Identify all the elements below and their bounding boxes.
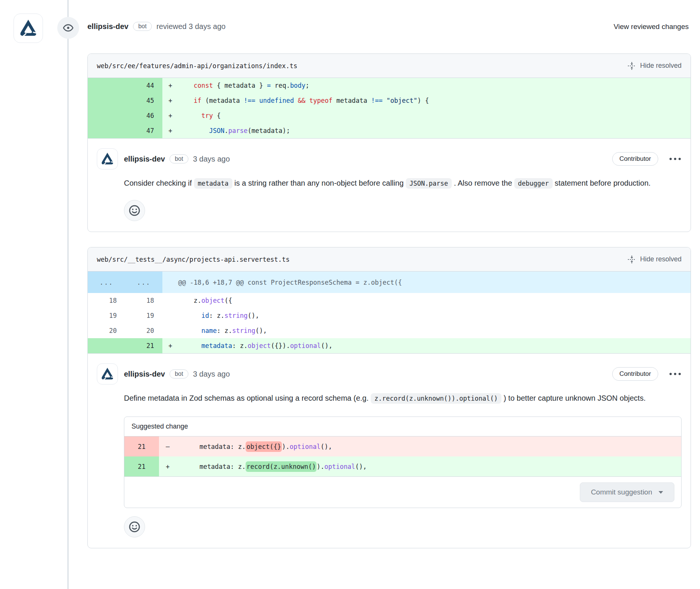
bot-badge: bot	[170, 369, 188, 378]
hide-resolved-label: Hide resolved	[640, 62, 682, 70]
review-thread-card: web/src/__tests__/async/projects-api.ser…	[87, 247, 691, 548]
kebab-menu-button[interactable]	[669, 155, 682, 163]
diff-sign	[162, 293, 178, 308]
comment-body: Consider checking if metadata is a strin…	[124, 175, 682, 192]
hunk-header-text: @@ -18,6 +18,7 @@ const ProjectResponseS…	[178, 272, 691, 293]
comment-author[interactable]: ellipsis-dev	[124, 155, 165, 163]
old-line-number	[88, 123, 125, 138]
diff-line[interactable]: 45 + if (metadata !== undefined && typeo…	[88, 93, 691, 108]
eye-icon	[63, 23, 73, 33]
old-line-number	[88, 108, 125, 123]
caret-down-icon	[658, 490, 663, 494]
diff-sign: +	[159, 456, 176, 476]
contributor-badge: Contributor	[612, 152, 658, 166]
line-number: 21	[124, 456, 159, 476]
new-line-number: 20	[125, 323, 162, 338]
comment-body: Define metadata in Zod schemas as option…	[124, 390, 682, 407]
diff-line[interactable]: 18 18 z.object({	[88, 293, 691, 308]
diff-line[interactable]: 21 + metadata: z.object({}).optional(),	[88, 338, 691, 353]
new-line-number: 18	[125, 293, 162, 308]
smiley-icon	[128, 521, 141, 533]
diff-line[interactable]: 19 19 id: z.string(),	[88, 308, 691, 323]
commit-suggestion-label: Commit suggestion	[591, 488, 652, 496]
add-reaction-button[interactable]	[124, 516, 145, 537]
hunk-header-row[interactable]: ... ... @@ -18,6 +18,7 @@ const ProjectR…	[88, 272, 691, 293]
new-line-number: 47	[125, 123, 162, 138]
diff-sign: +	[162, 108, 178, 123]
old-line-number: 19	[88, 308, 125, 323]
hide-resolved-label: Hide resolved	[640, 255, 682, 263]
file-path-link[interactable]: web/src/__tests__/async/projects-api.ser…	[97, 256, 290, 263]
ellipsis-logo-icon	[99, 151, 115, 167]
diff-sign: +	[162, 123, 178, 138]
new-line-number: 44	[125, 78, 162, 93]
code-line: if (metadata !== undefined && typeof met…	[178, 93, 691, 108]
comment-avatar[interactable]	[97, 363, 118, 385]
review-threads: web/src/ee/features/admin-api/organizati…	[87, 53, 691, 548]
review-event-badge	[57, 17, 79, 39]
smiley-icon	[128, 204, 141, 217]
add-reaction-button[interactable]	[124, 200, 145, 221]
view-reviewed-changes-link[interactable]: View reviewed changes	[614, 23, 689, 31]
diff-sign: +	[162, 338, 178, 353]
reviewer-avatar[interactable]	[14, 14, 43, 43]
diff-line[interactable]: 47 + JSON.parse(metadata);	[88, 123, 691, 138]
file-path-link[interactable]: web/src/ee/features/admin-api/organizati…	[97, 62, 297, 70]
comment-timestamp[interactable]: 3 days ago	[193, 370, 230, 378]
commit-suggestion-button[interactable]: Commit suggestion	[580, 482, 674, 502]
diff-sign	[162, 323, 178, 338]
ellipsis-logo-icon	[99, 366, 115, 382]
bot-badge: bot	[170, 154, 188, 163]
diff-sign: –	[159, 436, 176, 456]
code-line: const { metadata } = req.body;	[178, 78, 691, 93]
bot-badge: bot	[133, 22, 152, 31]
diff-line[interactable]: 46 + try {	[88, 108, 691, 123]
review-header: ellipsis-dev bot reviewed 3 days ago	[87, 22, 226, 31]
code-line: id: z.string(),	[178, 308, 691, 323]
suggestion-deleted-line: 21 – metadata: z.object({}).optional(),	[124, 436, 681, 456]
contributor-badge: Contributor	[612, 367, 658, 381]
old-line-number: 18	[88, 293, 125, 308]
review-thread-card: web/src/ee/features/admin-api/organizati…	[87, 53, 691, 232]
file-header: web/src/__tests__/async/projects-api.ser…	[88, 247, 691, 272]
diff-block: 44 + const { metadata } = req.body; 45 +…	[88, 78, 691, 139]
comment-avatar[interactable]	[97, 148, 118, 169]
old-line-number	[88, 338, 125, 353]
code-line: z.object({	[178, 293, 691, 308]
diff-line[interactable]: 44 + const { metadata } = req.body;	[88, 78, 691, 93]
comment-header: ellipsis-dev bot 3 days ago Contributor	[97, 363, 682, 385]
diff-line[interactable]: 20 20 name: z.string(),	[88, 323, 691, 338]
suggested-change-title: Suggested change	[124, 417, 681, 436]
fold-icon	[628, 62, 636, 70]
diff-block: ... ... @@ -18,6 +18,7 @@ const ProjectR…	[88, 272, 691, 354]
suggestion-footer: Commit suggestion	[124, 476, 681, 508]
new-line-number: 21	[125, 338, 162, 353]
code-line: name: z.string(),	[178, 323, 691, 338]
diff-sign: +	[162, 78, 178, 93]
suggestion-added-line: 21 + metadata: z.record(z.unknown()).opt…	[124, 456, 681, 476]
expand-dots: ...	[125, 272, 162, 293]
new-line-number: 19	[125, 308, 162, 323]
pull-request-review: ellipsis-dev bot reviewed 3 days ago Vie…	[0, 0, 700, 589]
review-comment: ellipsis-dev bot 3 days ago Contributor …	[88, 354, 691, 548]
kebab-menu-button[interactable]	[669, 370, 682, 378]
reviewer-name[interactable]: ellipsis-dev	[87, 22, 128, 31]
code-line: metadata: z.object({}).optional(),	[178, 338, 691, 353]
review-action-text[interactable]: reviewed 3 days ago	[156, 22, 225, 31]
new-line-number: 45	[125, 93, 162, 108]
hide-resolved-button[interactable]: Hide resolved	[628, 62, 682, 70]
line-number: 21	[124, 436, 159, 456]
code-line: metadata: z.record(z.unknown()).optional…	[176, 456, 681, 476]
suggested-change-block: Suggested change 21 – metadata: z.object…	[124, 417, 682, 508]
code-line: JSON.parse(metadata);	[178, 123, 691, 138]
diff-sign: +	[162, 93, 178, 108]
hide-resolved-button[interactable]: Hide resolved	[628, 255, 682, 264]
old-line-number	[88, 78, 125, 93]
comment-header: ellipsis-dev bot 3 days ago Contributor	[97, 148, 682, 169]
comment-author[interactable]: ellipsis-dev	[124, 370, 165, 378]
expand-dots: ...	[88, 272, 125, 293]
new-line-number: 46	[125, 108, 162, 123]
timeline-line	[67, 0, 69, 589]
review-comment: ellipsis-dev bot 3 days ago Contributor …	[88, 139, 691, 232]
comment-timestamp[interactable]: 3 days ago	[193, 155, 230, 163]
